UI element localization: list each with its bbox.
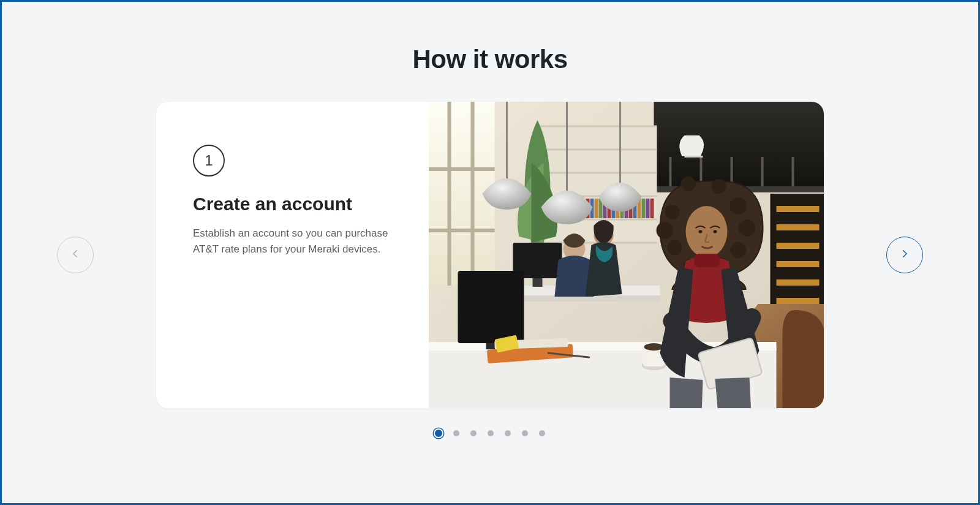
carousel: 1 Create an account Establish an account… — [2, 102, 978, 408]
pagination-dot-5[interactable] — [505, 430, 511, 436]
svg-point-87 — [699, 230, 703, 234]
slide-card: 1 Create an account Establish an account… — [156, 102, 824, 408]
slide-content: 1 Create an account Establish an account… — [156, 102, 429, 408]
pagination-dot-7[interactable] — [539, 430, 545, 436]
pagination-dot-3[interactable] — [470, 430, 477, 436]
step-number-badge: 1 — [193, 145, 225, 177]
svg-rect-11 — [761, 157, 764, 186]
svg-point-82 — [739, 219, 756, 237]
office-scene-illustration — [429, 102, 824, 408]
svg-rect-61 — [533, 278, 543, 287]
svg-point-77 — [657, 222, 674, 239]
svg-point-83 — [731, 242, 747, 258]
svg-point-78 — [668, 240, 682, 255]
svg-rect-45 — [646, 199, 650, 218]
carousel-next-button[interactable] — [886, 237, 923, 273]
carousel-pagination — [435, 430, 545, 437]
chevron-right-icon — [899, 248, 910, 262]
carousel-prev-button[interactable] — [57, 237, 94, 273]
svg-point-86 — [686, 206, 728, 257]
svg-rect-53 — [777, 298, 820, 304]
svg-point-81 — [730, 197, 747, 215]
svg-rect-52 — [777, 279, 820, 286]
svg-rect-46 — [650, 199, 654, 218]
chevron-left-icon — [70, 248, 81, 262]
svg-rect-8 — [669, 157, 672, 186]
svg-point-88 — [714, 230, 717, 234]
svg-rect-44 — [642, 199, 646, 218]
section-title: How it works — [412, 45, 567, 74]
pagination-dot-2[interactable] — [453, 430, 459, 436]
pagination-dot-6[interactable] — [522, 430, 528, 436]
how-it-works-section: How it works 1 Create an account Establi… — [0, 0, 980, 505]
pagination-dot-1[interactable] — [435, 430, 442, 437]
svg-point-80 — [712, 179, 726, 194]
svg-rect-49 — [777, 224, 820, 230]
pagination-dot-4[interactable] — [488, 430, 494, 436]
svg-point-75 — [644, 343, 664, 351]
svg-rect-51 — [777, 261, 820, 267]
svg-rect-13 — [685, 156, 703, 158]
svg-rect-12 — [792, 157, 794, 186]
svg-rect-68 — [486, 343, 496, 349]
svg-rect-6 — [654, 102, 824, 188]
svg-rect-48 — [777, 206, 820, 212]
slide-description: Establish an account so you can purchase… — [193, 226, 395, 257]
slide-title: Create an account — [193, 194, 398, 215]
svg-rect-50 — [777, 243, 820, 249]
svg-point-79 — [681, 177, 696, 191]
svg-rect-89 — [695, 254, 720, 267]
svg-rect-33 — [595, 199, 598, 218]
slide-image — [429, 102, 824, 408]
svg-point-76 — [665, 205, 680, 219]
svg-rect-67 — [458, 271, 524, 343]
